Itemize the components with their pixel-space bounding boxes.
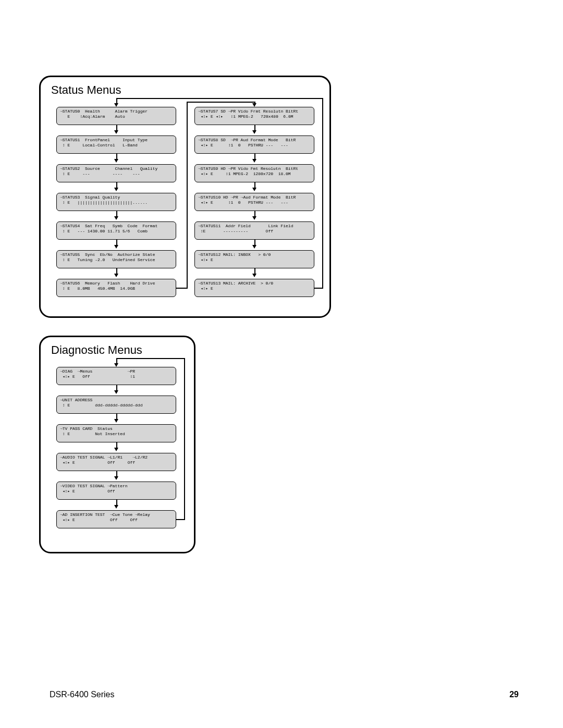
unit-address-line1: →UNIT ADDRESS — [60, 398, 92, 402]
arrow-down-icon — [252, 216, 256, 220]
arrow-down-icon — [114, 419, 118, 423]
status4-line1: →STATUS4 Sat Freq Symb Code Format — [60, 224, 157, 228]
unit-address-line2: ↕ E ddd-ddddd-ddddd-ddd — [60, 403, 142, 408]
arrow-down-icon — [114, 363, 118, 367]
audio-test-line1: →AUDIO TEST SIGNAL →L1/R1 →L2/R2 — [60, 455, 148, 460]
status6-line1: →STATUS6 Memory Flash Hard Drive — [60, 281, 155, 286]
arrow-down-icon — [252, 130, 256, 134]
flow-arrow — [176, 519, 184, 520]
diag-line1: →DIAG →Menus →PR — [60, 369, 135, 374]
status13-line2: ◂↕▸ E — [198, 286, 213, 291]
status10-line2: ◂↕▸ E ↕1 0 PSTHRU --- --- — [198, 200, 288, 205]
status1-box: →STATUS1 FrontPanel Input Type ↕ E Local… — [56, 135, 176, 154]
arrow-down-icon — [114, 130, 118, 134]
status12-line2: ◂↕▸ E — [198, 257, 213, 262]
status5-line1: →STATUS5 Sync Eb/No Authorize State — [60, 252, 155, 257]
arrow-down-icon — [252, 103, 256, 107]
arrow-down-icon — [114, 476, 118, 480]
video-test-line1: →VIDEO TEST SIGNAL →Pattern — [60, 484, 128, 488]
status7-line1: →STATUS7 SD →PR Vido Frmt Resolutn BitRt — [198, 109, 298, 114]
status4-line2: ↕ E --- 1430.00 11.71 5/6 Comb — [60, 229, 148, 233]
status1-line2: ↕ E Local-Control L-Band — [60, 143, 138, 147]
page-footer: DSR-6400 Series 29 — [50, 690, 519, 699]
audio-test-line2: ◂↕▸ E Off Off — [60, 460, 135, 465]
arrow-down-icon — [252, 245, 256, 249]
video-test-line2: ◂↕▸ E Off — [60, 489, 115, 493]
status13-line1: →STATUS13 MAIL: ARCHIVE > 0/0 — [198, 281, 273, 286]
arrow-down-icon — [114, 274, 118, 277]
flow-arrow — [187, 102, 188, 289]
unit-address-box: →UNIT ADDRESS ↕ E ddd-ddddd-ddddd-ddd — [56, 396, 176, 414]
status3-line1: →STATUS3 Signal Quality — [60, 195, 120, 200]
ad-insertion-line2: ◂↕▸ E Off Off — [60, 517, 138, 522]
status11-box: →STATUS11 Addr Field Link Field ↕E -----… — [194, 221, 314, 240]
diagnostic-menus-panel: Diagnostic Menus →DIAG →Menus →PR ◂↕▸ E … — [39, 336, 195, 553]
tv-pass-card-line2: ↕ E Not Inserted — [60, 431, 125, 436]
arrow-down-icon — [252, 159, 256, 163]
status2-line1: →STATUS2 Source Channel Quality — [60, 166, 157, 171]
arrow-down-icon — [252, 188, 256, 191]
status12-box: →STATUS12 MAIL: INBOX > 0/0 ◂↕▸ E — [194, 250, 314, 268]
status8-line2: ◂↕▸ E ↕1 0 PSTHRU --- --- — [198, 143, 288, 147]
footer-page-number: 29 — [509, 690, 519, 699]
ad-insertion-box: →AD INSERTION TEST →Cue Tone →Relay ◂↕▸ … — [56, 510, 176, 528]
status9-box: →STATUS9 HD →PR Vido Fmt Resolutn BitRt … — [194, 164, 314, 182]
audio-test-box: →AUDIO TEST SIGNAL →L1/R1 →L2/R2 ◂↕▸ E O… — [56, 453, 176, 471]
status6-line2: ↕ E 8.0MB 450.4MB 14.9GB — [60, 286, 135, 291]
tv-pass-card-box: →TV PASS CARD Status ↕ E Not Inserted — [56, 424, 176, 442]
status-menus-panel: Status Menus →STATUS0 Health Alarm Trigg… — [39, 76, 331, 318]
status0-line2: E ↕Acq:Alarm Auto — [60, 114, 125, 119]
arrow-down-icon — [252, 274, 256, 277]
status0-box: →STATUS0 Health Alarm Trigger E ↕Acq:Ala… — [56, 107, 176, 125]
diag-box: →DIAG →Menus →PR ◂↕▸ E Off ↕1 — [56, 367, 176, 385]
status2-box: →STATUS2 Source Channel Quality ↕ E --- … — [56, 164, 176, 182]
status8-box: →STATUS8 SD →PR Aud Format Mode BitR ◂↕▸… — [194, 135, 314, 154]
ad-insertion-line1: →AD INSERTION TEST →Cue Tone →Relay — [60, 512, 150, 517]
flow-arrow — [187, 102, 254, 103]
arrow-down-icon — [114, 159, 118, 163]
status6-box: →STATUS6 Memory Flash Hard Drive ↕ E 8.0… — [56, 279, 176, 297]
status9-line2: ◂↕▸ E ↕1 MPEG-2 1280x720 18.0M — [198, 171, 291, 176]
diag-line2: ◂↕▸ E Off ↕1 — [60, 374, 135, 379]
arrow-down-icon — [114, 390, 118, 394]
arrow-down-icon — [114, 245, 118, 249]
status0-line1: →STATUS0 Health Alarm Trigger — [60, 109, 148, 114]
status5-line2: ↕ E Tuning -2.0 Undefined Service — [60, 257, 155, 262]
footer-model: DSR-6400 Series — [50, 690, 115, 699]
arrow-down-icon — [114, 103, 118, 107]
diagnostic-menus-title: Diagnostic Menus — [51, 343, 142, 357]
flow-arrow — [117, 358, 184, 359]
flow-arrow — [184, 358, 185, 520]
status8-line1: →STATUS8 SD →PR Aud Format Mode BitR — [198, 138, 296, 142]
status10-box: →STATUS10 HD →PR →Aud Format Mode BitR ◂… — [194, 193, 314, 211]
flow-arrow — [314, 288, 322, 289]
flow-arrow — [322, 98, 323, 289]
status7-line2: ◂↕▸ E ◂↕▸ ↕1 MPEG-2 720x480 6.0M — [198, 114, 293, 119]
status4-box: →STATUS4 Sat Freq Symb Code Format ↕ E -… — [56, 221, 176, 240]
video-test-box: →VIDEO TEST SIGNAL →Pattern ◂↕▸ E Off — [56, 482, 176, 500]
arrow-down-icon — [114, 448, 118, 451]
status11-line2: ↕E ---------- Off — [198, 229, 273, 233]
status10-line1: →STATUS10 HD →PR →Aud Format Mode BitR — [198, 195, 296, 200]
status11-line1: →STATUS11 Addr Field Link Field — [198, 224, 293, 228]
status3-line2: ↕ E ||||||||||||||||||||||...... — [60, 200, 148, 205]
status1-line1: →STATUS1 FrontPanel Input Type — [60, 138, 148, 142]
arrow-down-icon — [114, 505, 118, 509]
status12-line1: →STATUS12 MAIL: INBOX > 0/0 — [198, 252, 271, 257]
status7-box: →STATUS7 SD →PR Vido Frmt Resolutn BitRt… — [194, 107, 314, 125]
status5-box: →STATUS5 Sync Eb/No Authorize State ↕ E … — [56, 250, 176, 268]
flow-arrow — [117, 98, 322, 99]
arrow-down-icon — [114, 216, 118, 220]
status2-line2: ↕ E --- ---- --- — [60, 171, 140, 176]
flow-arrow — [176, 288, 187, 289]
arrow-down-icon — [114, 188, 118, 191]
status9-line1: →STATUS9 HD →PR Vido Fmt Resolutn BitRt — [198, 166, 298, 171]
status3-box: →STATUS3 Signal Quality ↕ E ||||||||||||… — [56, 193, 176, 211]
status13-box: →STATUS13 MAIL: ARCHIVE > 0/0 ◂↕▸ E — [194, 279, 314, 297]
tv-pass-card-line1: →TV PASS CARD Status — [60, 426, 113, 431]
status-menus-title: Status Menus — [51, 83, 121, 97]
